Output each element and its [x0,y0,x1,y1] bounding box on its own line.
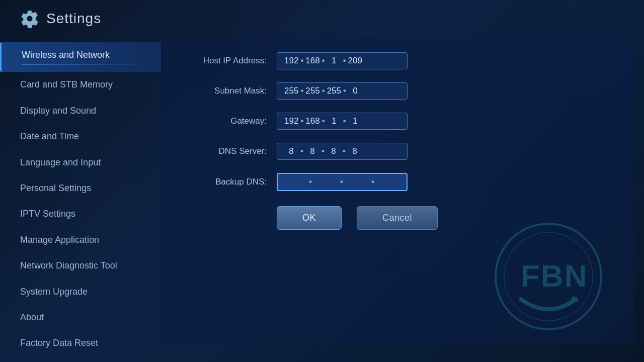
dns-a: 8 [284,146,298,156]
dns-label: DNS Server: [186,146,277,156]
gateway-b: 168 [305,116,319,126]
watermark-logo: FBN [493,221,604,332]
sidebar-item-personal-settings[interactable]: Personal Settings [0,175,161,201]
page-title: Settings [46,11,101,27]
gateway-row: Gateway: 192 • 168 • 1 • 1 [186,113,609,130]
gateway-label: Gateway: [186,116,277,126]
sidebar: Wireless and Network Card and STB Memory… [0,37,161,354]
gateway-field[interactable]: 192 • 168 • 1 • 1 [277,113,408,130]
dns-c: 8 [327,146,341,156]
backup-dns-label: Backup DNS: [186,177,277,187]
gear-icon [20,9,39,28]
subnet-row: Subnet Mask: 255 • 255 • 255 • 0 [186,82,609,100]
host-ip-d: 209 [348,56,362,66]
sidebar-item-display-sound[interactable]: Display and Sound [0,98,161,124]
sidebar-item-about[interactable]: About [0,305,161,330]
subnet-b: 255 [305,86,319,96]
host-ip-label: Host IP Address: [186,56,277,66]
host-ip-c: 1 [327,56,341,66]
sidebar-item-card-stb-memory[interactable]: Card and STB Memory [0,72,161,98]
subnet-field[interactable]: 255 • 255 • 255 • 0 [277,82,408,100]
ok-button[interactable]: OK [277,206,342,230]
cancel-button[interactable]: Cancel [357,206,438,230]
dns-d: 8 [348,146,362,156]
dns-row: DNS Server: 8 • 8 • 8 • 8 [186,143,609,160]
gateway-a: 192 [284,116,298,126]
backup-dns-field[interactable]: • • • [277,173,408,191]
subnet-c: 255 [327,86,341,96]
host-ip-row: Host IP Address: 192 • 168 • 1 • 209 [186,52,609,69]
gateway-d: 1 [348,116,362,126]
subnet-label: Subnet Mask: [186,86,277,96]
sidebar-item-network-diagnostic[interactable]: Network Diagnostic Tool [0,253,161,279]
host-ip-b: 168 [305,56,319,66]
header: Settings [0,0,644,37]
gateway-c: 1 [327,116,341,126]
host-ip-a: 192 [284,56,298,66]
svg-text:FBN: FBN [521,258,588,293]
dns-b: 8 [305,146,319,156]
sidebar-item-manage-application[interactable]: Manage Application [0,227,161,253]
sidebar-item-system-upgrade[interactable]: System Upgrade [0,279,161,305]
subnet-a: 255 [284,86,298,96]
subnet-d: 0 [348,86,362,96]
sidebar-item-iptv-settings[interactable]: IPTV Settings [0,201,161,227]
sidebar-item-wireless-network[interactable]: Wireless and Network [0,42,161,72]
sidebar-item-factory-reset[interactable]: Factory Data Reset [0,330,161,356]
sidebar-item-language-input[interactable]: Language and Input [0,150,161,175]
sidebar-item-date-time[interactable]: Date and Time [0,124,161,149]
dns-field[interactable]: 8 • 8 • 8 • 8 [277,143,408,160]
host-ip-field[interactable]: 192 • 168 • 1 • 209 [277,52,408,69]
backup-dns-row: Backup DNS: • • • [186,173,609,191]
